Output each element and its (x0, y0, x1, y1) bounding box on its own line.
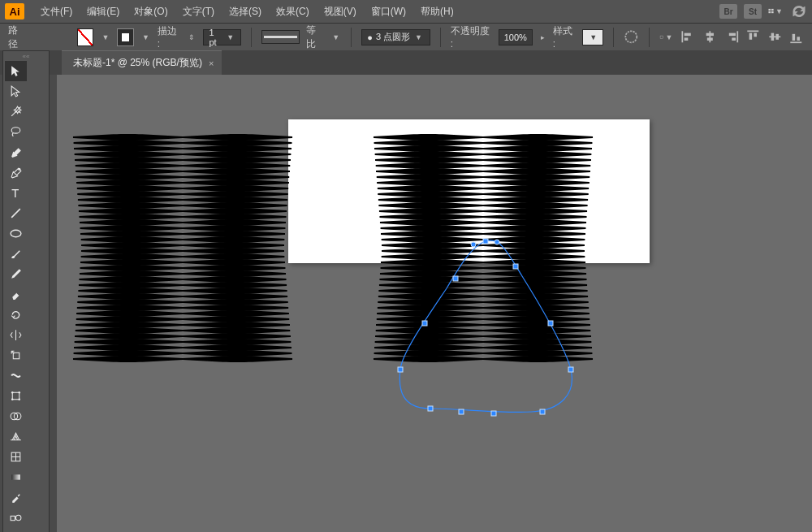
arrange-docs-icon[interactable]: ▼ (768, 3, 784, 19)
opacity-label: 不透明度 : (451, 24, 492, 50)
profile-value: 3 点圆形 (376, 31, 410, 43)
align-bottom-icon[interactable] (788, 29, 804, 45)
eyedropper-tool[interactable] (5, 487, 27, 508)
svg-point-31 (11, 391, 14, 394)
pen-tool[interactable] (5, 142, 27, 162)
svg-rect-52 (398, 367, 403, 372)
svg-rect-29 (13, 353, 19, 358)
opacity-dropdown-icon[interactable]: ▸ (539, 33, 546, 41)
svg-rect-30 (12, 392, 19, 400)
fill-swatch[interactable] (77, 28, 94, 46)
toolbox: «« T (2, 50, 50, 532)
transform-icon[interactable]: ▼ (659, 29, 675, 45)
document-tab[interactable]: 未标题-1* @ 25% (RGB/预览) × (62, 50, 222, 75)
svg-text:T: T (11, 187, 19, 200)
tab-title: 未标题-1* @ 25% (RGB/预览) (73, 56, 202, 70)
menu-select[interactable]: 选择(S) (222, 2, 268, 22)
svg-rect-19 (771, 33, 773, 41)
options-bar: 路径 ▼ ▼ 描边 : ⇕ 1 pt▼ 等比▼ ● 3 点圆形▼ 不透明度 : … (0, 23, 812, 50)
magic-wand-tool[interactable] (5, 102, 27, 122)
stock-icon[interactable]: St (744, 4, 762, 19)
gradient-tool[interactable] (5, 467, 27, 487)
stroke-weight-input[interactable]: 1 pt▼ (203, 29, 241, 45)
svg-rect-61 (459, 409, 464, 414)
tab-close-icon[interactable]: × (209, 58, 214, 68)
document-tabstrip: 未标题-1* @ 25% (RGB/预览) × (0, 50, 812, 75)
svg-rect-13 (728, 33, 735, 36)
symbol-sprayer-tool[interactable] (5, 528, 27, 532)
menu-view[interactable]: 视图(V) (317, 2, 363, 22)
canvas[interactable] (57, 75, 812, 532)
stroke-weight-value: 1 pt (209, 28, 222, 47)
menu-bar: Ai 文件(F) 编辑(E) 对象(O) 文字(T) 选择(S) 效果(C) 视… (0, 0, 812, 23)
perspective-grid-tool[interactable] (5, 426, 27, 447)
uniform-dropdown-icon[interactable]: ▼ (330, 33, 341, 41)
menu-object[interactable]: 对象(O) (127, 2, 174, 22)
svg-rect-20 (775, 34, 778, 40)
opacity-value: 100% (504, 32, 527, 42)
svg-rect-11 (707, 38, 713, 41)
paintbrush-tool[interactable] (5, 244, 27, 264)
pencil-tool[interactable] (5, 264, 27, 284)
svg-rect-17 (754, 33, 757, 37)
svg-rect-59 (540, 409, 545, 414)
free-transform-tool[interactable] (5, 386, 27, 406)
stroke-profile-preview[interactable] (261, 30, 300, 44)
style-select[interactable]: ▼ (582, 29, 603, 45)
menu-edit[interactable]: 编辑(E) (80, 2, 126, 22)
bridge-icon[interactable]: Br (719, 4, 737, 19)
svg-rect-5 (660, 36, 663, 39)
stroke-dropdown-icon[interactable]: ▼ (140, 33, 151, 41)
svg-rect-60 (491, 411, 496, 416)
align-hcenter-icon[interactable] (702, 29, 718, 45)
recolor-icon[interactable] (624, 29, 639, 45)
menu-effect[interactable]: 效果(C) (270, 2, 316, 22)
svg-rect-58 (568, 367, 573, 372)
svg-point-25 (18, 168, 20, 171)
app-logo: Ai (5, 3, 24, 19)
svg-point-24 (11, 128, 20, 133)
reflect-tool[interactable] (5, 325, 27, 345)
align-left-icon[interactable] (680, 29, 696, 45)
svg-point-4 (626, 32, 637, 43)
align-top-icon[interactable] (745, 29, 761, 45)
svg-rect-40 (11, 474, 20, 479)
menu-help[interactable]: 帮助(H) (414, 2, 460, 22)
lasso-tool[interactable] (5, 122, 27, 142)
svg-rect-51 (428, 406, 433, 411)
curvature-tool[interactable] (5, 162, 27, 183)
shape-builder-tool[interactable] (5, 406, 27, 426)
brush-profile-select[interactable]: ● 3 点圆形▼ (361, 29, 430, 45)
svg-point-34 (18, 398, 20, 400)
align-vcenter-icon[interactable] (767, 29, 783, 45)
opacity-input[interactable]: 100% (499, 29, 533, 45)
svg-rect-8 (685, 38, 689, 41)
menu-window[interactable]: 窗口(W) (365, 2, 412, 22)
selection-tool[interactable] (5, 61, 27, 81)
stroke-swatch[interactable] (117, 28, 134, 46)
svg-rect-2 (768, 11, 771, 13)
mesh-tool[interactable] (5, 447, 27, 467)
type-tool[interactable]: T (5, 183, 27, 203)
svg-rect-23 (797, 37, 800, 41)
eraser-tool[interactable] (5, 284, 27, 305)
stroke-stepper-icon[interactable]: ⇕ (187, 33, 197, 41)
sync-icon[interactable] (791, 3, 807, 19)
svg-rect-7 (685, 33, 691, 36)
align-right-icon[interactable] (724, 29, 740, 45)
ellipse-tool[interactable] (5, 223, 27, 244)
line-tool[interactable] (5, 203, 27, 223)
svg-line-27 (11, 209, 20, 218)
svg-rect-41 (11, 516, 15, 520)
blend-tool[interactable] (5, 508, 27, 528)
stroke-label: 描边 : (158, 24, 181, 50)
svg-rect-10 (706, 33, 714, 36)
svg-rect-0 (768, 9, 771, 11)
rotate-tool[interactable] (5, 305, 27, 325)
direct-selection-tool[interactable] (5, 81, 27, 102)
fill-dropdown-icon[interactable]: ▼ (100, 33, 110, 41)
width-tool[interactable] (5, 365, 27, 386)
scale-tool[interactable] (5, 345, 27, 365)
menu-file[interactable]: 文件(F) (34, 2, 79, 22)
menu-type[interactable]: 文字(T) (176, 2, 221, 22)
